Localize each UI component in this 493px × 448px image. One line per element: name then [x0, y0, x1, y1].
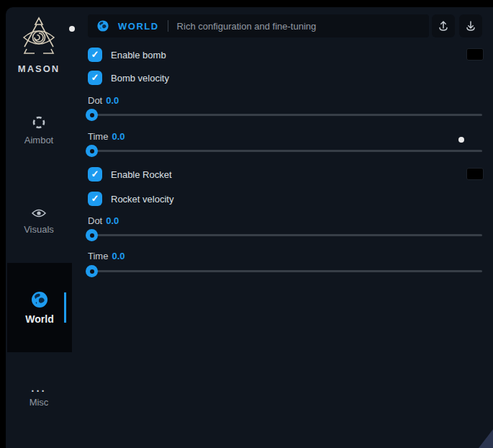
checkbox-label: Enable Rocket [111, 169, 172, 180]
selected-indicator-bar [64, 292, 66, 323]
ellipsis-icon: ... [31, 385, 47, 392]
crosshair-icon [32, 115, 46, 130]
slider-handle[interactable] [86, 229, 98, 241]
rocket-velocity-checkbox[interactable] [88, 192, 102, 206]
setting-row: Enable bomb [88, 48, 482, 62]
setting-row: Rocket velocity [88, 192, 482, 206]
sidebar-item-label: Misc [30, 397, 49, 408]
masonic-eye-icon [20, 48, 58, 60]
import-config-button[interactable] [459, 14, 482, 37]
page-header: WORLD Rich configuration and fine-tuning [88, 14, 429, 37]
checkbox-label: Enable bomb [111, 50, 166, 61]
bomb-time-slider[interactable] [88, 150, 482, 152]
sidebar-item-misc[interactable]: ... Misc [6, 385, 72, 408]
logo-text: MASON [6, 63, 72, 74]
content-panel: WORLD Rich configuration and fine-tuning [88, 7, 482, 448]
setting-row: Bomb velocity [88, 71, 482, 85]
slider-value: 0.0 [112, 131, 125, 142]
checkbox-label: Bomb velocity [111, 73, 169, 84]
sidebar-item-visuals[interactable]: Visuals [6, 207, 72, 235]
slider-label: Time0.0 [88, 251, 125, 261]
bomb-color-swatch[interactable] [466, 48, 484, 61]
eye-icon [31, 207, 47, 219]
setting-row: Enable Rocket [88, 167, 482, 182]
slider-handle[interactable] [86, 145, 98, 157]
sidebar-item-label: Aimbot [24, 135, 53, 145]
download-icon [465, 20, 476, 32]
bomb-dot-slider[interactable] [88, 114, 482, 116]
enable-bomb-checkbox[interactable] [88, 48, 102, 62]
desktop-corner [479, 429, 493, 448]
upload-icon [438, 20, 449, 32]
slider-label: Dot0.0 [88, 95, 119, 106]
slider-label: Dot0.0 [88, 215, 119, 226]
export-config-button[interactable] [432, 14, 455, 37]
header-divider [168, 20, 168, 32]
sidebar-item-label: Visuals [24, 224, 54, 235]
sidebar-item-world-panel: World [7, 263, 72, 352]
slider-value: 0.0 [106, 95, 119, 106]
rocket-dot-slider[interactable] [88, 234, 482, 236]
rocket-time-slider[interactable] [88, 270, 482, 272]
sidebar: MASON Aimbot Visuals [6, 7, 72, 448]
sidebar-item-aimbot[interactable]: Aimbot [6, 115, 72, 145]
sidebar-item-world[interactable]: World [7, 290, 72, 325]
slider-value: 0.0 [106, 215, 119, 226]
sidebar-item-label: World [25, 313, 53, 325]
globe-icon [96, 19, 109, 32]
page-subtitle: Rich configuration and fine-tuning [177, 21, 317, 32]
bomb-velocity-checkbox[interactable] [88, 71, 102, 85]
checkbox-label: Rocket velocity [111, 194, 173, 205]
slider-value: 0.0 [112, 251, 125, 261]
globe-icon [30, 290, 49, 309]
slider-label: Time0.0 [88, 131, 125, 142]
slider-handle[interactable] [86, 109, 98, 121]
cursor-dot [69, 26, 75, 32]
app-window: MASON Aimbot Visuals [6, 7, 493, 448]
cursor-dot [458, 137, 464, 143]
page-title: WORLD [118, 21, 159, 32]
slider-handle[interactable] [86, 265, 98, 277]
rocket-color-swatch[interactable] [466, 168, 484, 180]
enable-rocket-checkbox[interactable] [88, 167, 102, 182]
logo: MASON [6, 16, 72, 74]
